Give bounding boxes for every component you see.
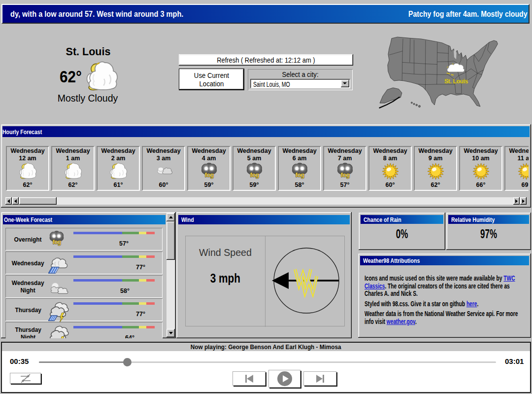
svg-text:fog: fog <box>204 171 214 179</box>
svg-text:fog: fog <box>340 171 350 179</box>
svg-text:fog: fog <box>250 171 259 179</box>
svg-text:fog: fog <box>53 239 61 246</box>
svg-text:St. Louis: St. Louis <box>444 78 468 85</box>
svg-text:fog: fog <box>295 171 304 179</box>
